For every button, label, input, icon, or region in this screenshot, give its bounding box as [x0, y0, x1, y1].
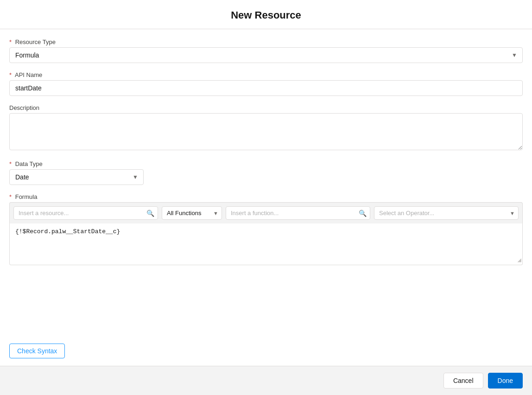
formula-content: {!$Record.palw__StartDate__c} — [15, 228, 120, 235]
insert-resource-wrapper: 🔍 — [13, 206, 158, 220]
api-name-group: * API Name — [9, 71, 523, 96]
modal-body: * Resource Type Formula Variable Constan… — [0, 29, 532, 338]
insert-function-wrapper: 🔍 — [226, 206, 370, 220]
description-label: Description — [9, 104, 523, 111]
resource-type-group: * Resource Type Formula Variable Constan… — [9, 38, 523, 63]
done-button[interactable]: Done — [488, 373, 523, 389]
insert-resource-input[interactable] — [13, 206, 158, 220]
cancel-button[interactable]: Cancel — [443, 373, 483, 389]
data-type-group: * Data Type Date Text Number Currency Bo… — [9, 160, 523, 185]
description-textarea[interactable] — [9, 113, 523, 150]
functions-dropdown-wrapper: All Functions ▼ — [162, 206, 222, 220]
functions-dropdown[interactable]: All Functions — [162, 206, 222, 220]
formula-section: * Formula 🔍 All Functions ▼ — [9, 193, 523, 265]
resource-type-select-wrapper: Formula Variable Constant ▼ — [9, 47, 523, 63]
modal-footer: Cancel Done — [0, 366, 532, 395]
resource-type-select[interactable]: Formula Variable Constant — [9, 47, 523, 63]
formula-toolbar: 🔍 All Functions ▼ 🔍 Select — [9, 202, 523, 223]
api-name-input[interactable] — [9, 80, 523, 96]
required-indicator: * — [9, 71, 12, 78]
check-syntax-button[interactable]: Check Syntax — [9, 344, 65, 358]
check-syntax-section: Check Syntax — [0, 338, 532, 366]
api-name-label: * API Name — [9, 71, 523, 78]
required-indicator: * — [9, 193, 12, 200]
operator-dropdown-wrapper: Select an Operator... + - * / ▼ — [374, 206, 519, 220]
formula-editor[interactable]: {!$Record.palw__StartDate__c} — [9, 223, 523, 265]
data-type-select-wrapper: Date Text Number Currency Boolean DateTi… — [9, 169, 144, 185]
operator-dropdown[interactable]: Select an Operator... + - * / — [374, 206, 519, 220]
modal-container: New Resource * Resource Type Formula Var… — [0, 0, 532, 395]
data-type-label: * Data Type — [9, 160, 523, 167]
data-type-select[interactable]: Date Text Number Currency Boolean DateTi… — [9, 169, 144, 185]
page-title: New Resource — [0, 9, 532, 21]
insert-function-input[interactable] — [226, 206, 370, 220]
modal-header: New Resource — [0, 0, 532, 29]
required-indicator: * — [9, 160, 12, 167]
description-group: Description — [9, 104, 523, 152]
formula-label: * Formula — [9, 193, 523, 200]
required-indicator: * — [9, 38, 12, 45]
resource-type-label: * Resource Type — [9, 38, 523, 45]
